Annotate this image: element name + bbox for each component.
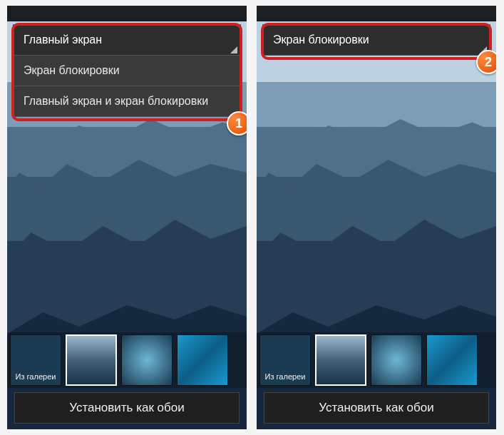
dropdown-option-lock[interactable]: Экран блокировки	[14, 56, 240, 86]
badge-number: 1	[235, 116, 242, 131]
option-label: Главный экран	[24, 34, 102, 46]
annotation-badge-2: 2	[476, 50, 496, 74]
phone-left: Главный экран Экран блокировки Главный э…	[7, 6, 247, 429]
dropdown-selected-value[interactable]: Экран блокировки	[263, 25, 490, 55]
annotation-badge-1: 1	[227, 111, 247, 135]
thumb-selected[interactable]	[315, 334, 366, 386]
thumb-from-gallery[interactable]: Из галереи	[10, 334, 61, 386]
wallpaper-thumbnails: Из галереи	[257, 332, 496, 388]
thumb-option[interactable]	[426, 334, 478, 386]
phone-right: Экран блокировки 2 Из галереи Установить…	[257, 6, 496, 429]
thumb-option[interactable]	[177, 334, 228, 386]
button-label: Установить как обои	[69, 401, 185, 415]
target-dropdown-collapsed[interactable]: Экран блокировки	[262, 24, 490, 56]
thumb-selected[interactable]	[66, 334, 117, 386]
gallery-label: Из галереи	[16, 372, 56, 385]
dropdown-option-home[interactable]: Главный экран	[14, 25, 240, 56]
dropdown-option-both[interactable]: Главный экран и экран блокировки	[14, 86, 240, 116]
spinner-indicator-icon	[230, 46, 237, 53]
target-dropdown-expanded: Главный экран Экран блокировки Главный э…	[13, 24, 241, 117]
option-label: Экран блокировки	[273, 34, 369, 46]
thumb-from-gallery[interactable]: Из галереи	[259, 334, 311, 386]
screenshot-pair: Главный экран Экран блокировки Главный э…	[0, 0, 504, 435]
status-bar	[257, 6, 496, 21]
thumb-option[interactable]	[371, 334, 422, 386]
set-wallpaper-button[interactable]: Установить как обои	[264, 392, 489, 424]
option-label: Главный экран и экран блокировки	[24, 95, 208, 107]
option-label: Экран блокировки	[24, 64, 120, 76]
thumb-option[interactable]	[121, 334, 173, 386]
wallpaper-thumbnails: Из галереи	[7, 332, 247, 388]
gallery-label: Из галереи	[265, 372, 306, 385]
status-bar	[7, 6, 247, 21]
button-label: Установить как обои	[319, 401, 434, 415]
set-wallpaper-button[interactable]: Установить как обои	[14, 392, 240, 424]
badge-number: 2	[485, 55, 492, 70]
